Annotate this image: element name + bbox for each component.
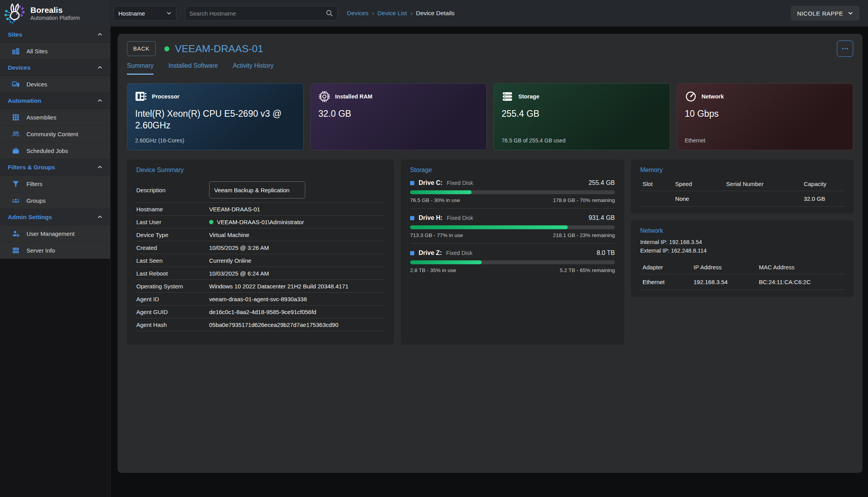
device-summary-panel: Device Summary Description Hostname VEEA… [127, 160, 394, 345]
memory-header-capacity: Capacity [801, 177, 844, 191]
row-value: veeam-draas-01-agent-svc-8930a338 [209, 296, 307, 302]
chevron-up-icon [97, 165, 102, 170]
summary-row-created: Created 10/05/2025 @ 3:26 AM [136, 241, 385, 254]
chevron-up-icon [97, 65, 102, 70]
chevron-up-icon [97, 98, 102, 103]
drive-usage-bar [410, 260, 615, 264]
back-button[interactable]: BACK [127, 41, 156, 56]
drive-type: Fixed Disk [446, 250, 473, 256]
summary-row-device-type: Device Type Virtual Machine [136, 228, 385, 241]
drive-used-text: 76.5 GB - 30% in use [410, 197, 460, 203]
storage-card: Storage 255.4 GB 76.5 GB of 255.4 GB use… [493, 83, 670, 150]
row-value: Currently Online [209, 257, 251, 264]
drive-usage-bar [410, 225, 615, 229]
sidebar-item-assemblies[interactable]: Assemblies [0, 109, 110, 126]
drive-name: Drive Z: [419, 249, 442, 256]
sidebar-item-all-sites[interactable]: All Sites [0, 43, 110, 60]
section-label: Automation [8, 97, 41, 104]
storage-icon [502, 91, 513, 102]
row-value: 05ba0e7935171d626ecea29b27d7ae175363cd90 [209, 321, 338, 328]
row-value: Windows 10 2022 Datacenter 21H2 Build 20… [209, 283, 349, 290]
drive-name: Drive C: [419, 179, 442, 186]
tab-activity-history[interactable]: Activity History [233, 62, 274, 75]
search-field-select[interactable]: Hostname [113, 6, 176, 21]
description-input[interactable] [209, 181, 305, 198]
search-input[interactable] [189, 10, 326, 17]
sidebar-item-server-info[interactable]: Server Info [0, 242, 110, 259]
app-tagline: Automation Platform [30, 15, 80, 21]
sidebar-item-scheduled-jobs[interactable]: Scheduled Jobs [0, 142, 110, 159]
funnel-icon [12, 180, 20, 188]
drive-size: 8.0 TB [597, 249, 615, 256]
breadcrumb-separator: › [372, 10, 374, 17]
section-label: Sites [8, 31, 22, 38]
user-name: NICOLE RAPPE [797, 10, 843, 17]
last-user-value: VEEAM-DRAAS-01\Administrator [217, 219, 304, 225]
drive-usage-bar [410, 190, 615, 194]
memory-table: Slot Speed Serial Number Capacity None 3… [640, 177, 844, 207]
detail-grid: Device Summary Description Hostname VEEA… [127, 160, 853, 345]
section-label: Admin Settings [8, 214, 52, 221]
network-ip-value: 192.168.3.54 [691, 274, 757, 290]
sidebar-item-label: Filters [26, 181, 42, 187]
breadcrumb-separator: › [410, 10, 412, 17]
summary-row-description: Description [136, 177, 385, 203]
row-label: Hostname [136, 206, 209, 212]
people-icon [12, 130, 20, 138]
row-value: VEEAM-DRAAS-01\Administrator [209, 219, 304, 225]
row-label: Agent ID [136, 296, 209, 302]
tab-summary[interactable]: Summary [127, 62, 153, 75]
sidebar-section-sites[interactable]: Sites [0, 26, 110, 43]
network-subtext: Ethernet [685, 137, 706, 144]
device-summary-title: Device Summary [136, 167, 385, 174]
drive-usage-fill [410, 260, 482, 264]
drive-size: 931.4 GB [588, 214, 615, 221]
row-value: VEEAM-DRAAS-01 [209, 206, 260, 212]
more-actions-button[interactable] [837, 40, 853, 57]
memory-header-serial: Serial Number [724, 177, 801, 191]
speedometer-icon [685, 91, 697, 102]
drive-usage-fill [410, 190, 472, 194]
drive-used-text: 2.8 TB - 35% in use [410, 267, 456, 273]
sidebar-item-community-content[interactable]: Community Content [0, 126, 110, 142]
section-label: Filters & Groups [8, 164, 55, 171]
sidebar-item-filters[interactable]: Filters [0, 176, 110, 192]
summary-row-hostname: Hostname VEEAM-DRAAS-01 [136, 203, 385, 216]
card-label: Storage [518, 93, 539, 100]
app-logo: Borealis Automation Platform [0, 0, 110, 26]
summary-row-last-user: Last User VEEAM-DRAAS-01\Administrator [136, 216, 385, 228]
drive-icon [410, 181, 414, 185]
network-header-mac: MAC Address [757, 261, 844, 274]
sidebar-item-label: All Sites [26, 48, 48, 54]
sidebar-section-filters-groups[interactable]: Filters & Groups [0, 159, 110, 176]
breadcrumb-device-list[interactable]: Device List [377, 10, 407, 17]
building-icon [12, 47, 20, 55]
drive-remaining-text: 178.8 GB - 70% remaining [553, 197, 615, 203]
sidebar-item-label: Server Info [26, 247, 55, 254]
user-menu-button[interactable]: NICOLE RAPPE [791, 6, 859, 21]
summary-row-agent-hash: Agent Hash 05ba0e7935171d626ecea29b27d7a… [136, 318, 385, 331]
drive-size: 255.4 GB [588, 179, 615, 186]
user-gear-icon [12, 230, 20, 238]
ellipsis-icon [841, 45, 849, 53]
network-card: Network 10 Gbps Ethernet [677, 83, 854, 150]
sidebar-item-user-management[interactable]: User Management [0, 225, 110, 242]
tab-installed-software[interactable]: Installed Software [168, 62, 218, 75]
summary-row-operating-system: Operating System Windows 10 2022 Datacen… [136, 280, 385, 293]
drive-icon [410, 216, 414, 220]
breadcrumb-current: Device Details [416, 10, 454, 17]
breadcrumb-devices[interactable]: Devices [347, 10, 368, 17]
sidebar-item-groups[interactable]: Groups [0, 192, 110, 209]
sidebar-item-devices[interactable]: Devices [0, 76, 110, 93]
row-value: Virtual Machine [209, 232, 249, 238]
content-area: BACK VEEAM-DRAAS-01 Summary Installed So… [111, 26, 868, 497]
search-icon[interactable] [326, 9, 333, 17]
network-panel: Network Internal IP: 192.168.3.54 Extern… [631, 220, 854, 297]
sidebar-section-automation[interactable]: Automation [0, 93, 110, 109]
sidebar-section-admin-settings[interactable]: Admin Settings [0, 209, 110, 225]
row-label: Agent GUID [136, 309, 209, 315]
chevron-down-icon [848, 11, 853, 16]
online-status-dot [164, 46, 169, 51]
sidebar-section-devices[interactable]: Devices [0, 60, 110, 76]
drive-remaining-text: 5.2 TB - 65% remaining [560, 267, 615, 273]
